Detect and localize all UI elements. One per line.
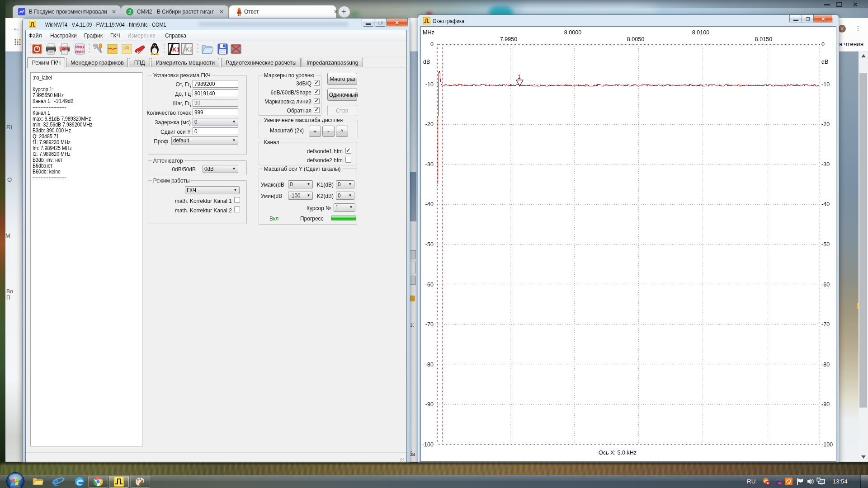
svg-text:K2: K2 [185, 46, 193, 53]
svg-text:PNG: PNG [75, 45, 85, 49]
svg-text:K1: K1 [172, 46, 179, 53]
svg-text:BMP: BMP [75, 50, 85, 54]
svg-text:2: 2 [128, 9, 132, 15]
svg-text:PDF: PDF [59, 46, 70, 52]
svg-text:dB: dB [124, 45, 129, 50]
